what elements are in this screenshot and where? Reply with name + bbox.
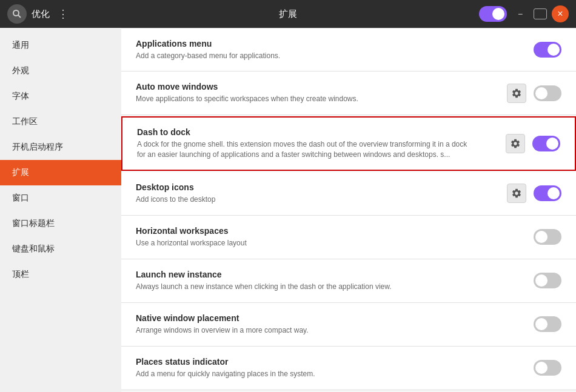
gear-button-desktop-icons[interactable] <box>507 184 526 203</box>
titlebar-menu-button[interactable]: ⋮ <box>55 5 72 22</box>
extension-controls-places-status-indicator <box>534 360 561 376</box>
sidebar-item-keyboard[interactable]: 键盘和鼠标 <box>0 236 121 262</box>
toggle-places-status-indicator[interactable] <box>534 360 561 376</box>
extension-info-desktop-icons: Desktop iconsAdd icons to the desktop <box>136 182 507 205</box>
sidebar-item-topbar[interactable]: 顶栏 <box>0 262 121 287</box>
extension-desc-applications-menu: Add a category-based menu for applicatio… <box>136 51 475 61</box>
app-name: 优化 <box>32 8 50 20</box>
extension-desc-horizontal-workspaces: Use a horizontal workspace layout <box>136 238 475 248</box>
extension-item-horizontal-workspaces: Horizontal workspacesUse a horizontal wo… <box>121 216 576 259</box>
sidebar-item-workspace[interactable]: 工作区 <box>0 109 121 135</box>
sidebar-item-extensions[interactable]: 扩展 <box>0 160 121 185</box>
titlebar-center: 扩展 <box>129 8 447 20</box>
gear-button-dash-to-dock[interactable] <box>506 134 525 153</box>
sidebar-item-appearance[interactable]: 外观 <box>0 58 121 84</box>
extension-item-dash-to-dock: Dash to dockA dock for the gnome shell. … <box>121 116 576 171</box>
header-toggle[interactable] <box>479 6 507 22</box>
extension-item-applications-menu: Applications menuAdd a category-based me… <box>121 28 576 71</box>
extensions-content: Applications menuAdd a category-based me… <box>121 28 576 392</box>
sidebar-item-general[interactable]: 通用 <box>0 33 121 58</box>
extension-controls-launch-new-instance <box>534 273 561 288</box>
gear-button-auto-move-windows[interactable] <box>507 84 526 103</box>
extension-controls-desktop-icons <box>507 184 561 203</box>
extension-desc-places-status-indicator: Add a menu for quickly navigating places… <box>136 369 475 379</box>
extension-name-desktop-icons: Desktop icons <box>136 182 507 192</box>
titlebar: 优化 ⋮ 扩展 − × <box>0 0 576 28</box>
extension-name-native-window-placement: Native window placement <box>136 313 534 323</box>
sidebar-item-window[interactable]: 窗口 <box>0 185 121 211</box>
toggle-desktop-icons[interactable] <box>534 185 561 201</box>
extension-info-horizontal-workspaces: Horizontal workspacesUse a horizontal wo… <box>136 226 534 248</box>
extension-desc-native-window-placement: Arrange windows in overview in a more co… <box>136 325 475 336</box>
extension-name-auto-move-windows: Auto move windows <box>136 82 507 91</box>
extension-name-places-status-indicator: Places status indicator <box>136 357 534 367</box>
minimize-button[interactable]: − <box>512 5 529 22</box>
extension-item-auto-move-windows: Auto move windowsMove applications to sp… <box>121 71 576 115</box>
titlebar-left: 优化 ⋮ <box>7 4 129 24</box>
extension-desc-dash-to-dock: A dock for the gnome shell. this extensi… <box>137 139 477 160</box>
sidebar-item-startup[interactable]: 开机启动程序 <box>0 135 121 160</box>
extension-item-places-status-indicator: Places status indicatorAdd a menu for qu… <box>121 347 576 390</box>
extension-controls-applications-menu <box>534 42 561 58</box>
extension-controls-auto-move-windows <box>507 84 561 103</box>
extension-name-horizontal-workspaces: Horizontal workspaces <box>136 226 534 236</box>
extension-desc-launch-new-instance: Always launch a new instance when clicki… <box>136 282 475 292</box>
extension-info-applications-menu: Applications menuAdd a category-based me… <box>136 39 534 61</box>
extension-info-places-status-indicator: Places status indicatorAdd a menu for qu… <box>136 357 534 379</box>
close-button[interactable]: × <box>552 5 569 22</box>
toggle-applications-menu[interactable] <box>534 42 561 58</box>
maximize-button[interactable] <box>534 8 547 19</box>
titlebar-right: − × <box>447 5 569 22</box>
extension-item-native-window-placement: Native window placementArrange windows i… <box>121 303 576 347</box>
extension-desc-desktop-icons: Add icons to the desktop <box>136 194 475 205</box>
toggle-dash-to-dock[interactable] <box>532 136 560 151</box>
toggle-horizontal-workspaces[interactable] <box>534 229 561 245</box>
svg-line-1 <box>18 15 21 18</box>
extension-info-auto-move-windows: Auto move windowsMove applications to sp… <box>136 82 507 104</box>
sidebar-item-titlebar[interactable]: 窗口标题栏 <box>0 211 121 236</box>
extension-name-applications-menu: Applications menu <box>136 39 534 48</box>
sidebar: 通用外观字体工作区开机启动程序扩展窗口窗口标题栏键盘和鼠标顶栏 <box>0 28 121 392</box>
extension-item-launch-new-instance: Launch new instanceAlways launch a new i… <box>121 259 576 303</box>
extension-name-dash-to-dock: Dash to dock <box>137 127 506 137</box>
extension-controls-horizontal-workspaces <box>534 229 561 245</box>
sidebar-item-fonts[interactable]: 字体 <box>0 84 121 109</box>
extension-info-launch-new-instance: Launch new instanceAlways launch a new i… <box>136 270 534 292</box>
extension-info-native-window-placement: Native window placementArrange windows i… <box>136 313 534 336</box>
extension-controls-native-window-placement <box>534 316 561 332</box>
toggle-native-window-placement[interactable] <box>534 316 561 332</box>
toggle-launch-new-instance[interactable] <box>534 273 561 288</box>
main-layout: 通用外观字体工作区开机启动程序扩展窗口窗口标题栏键盘和鼠标顶栏 Applicat… <box>0 28 576 392</box>
window-title: 扩展 <box>279 8 297 20</box>
extension-desc-auto-move-windows: Move applications to specific workspaces… <box>136 94 475 104</box>
svg-point-0 <box>13 10 19 16</box>
toggle-auto-move-windows[interactable] <box>534 85 561 101</box>
extension-controls-dash-to-dock <box>506 134 560 153</box>
extension-name-launch-new-instance: Launch new instance <box>136 270 534 279</box>
search-button[interactable] <box>7 4 27 24</box>
extension-info-dash-to-dock: Dash to dockA dock for the gnome shell. … <box>137 127 506 160</box>
extension-item-desktop-icons: Desktop iconsAdd icons to the desktop <box>121 172 576 216</box>
